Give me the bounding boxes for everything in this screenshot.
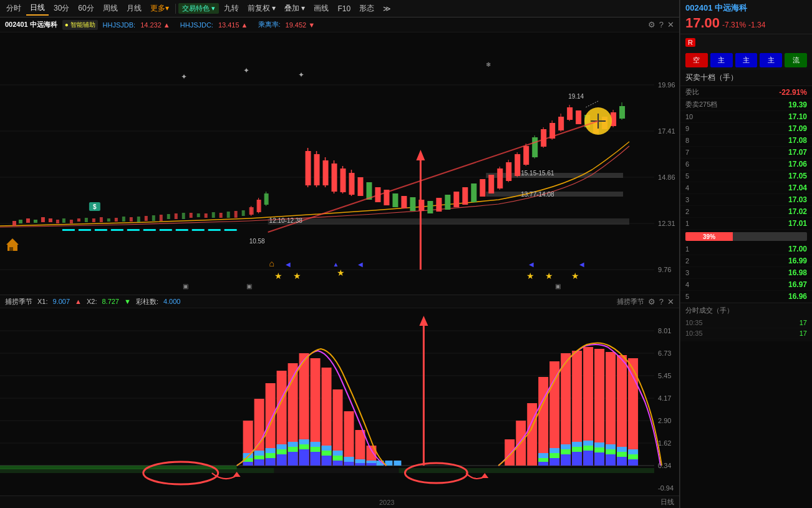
right-panel: 002401 中远海科 17.00 -7.31% -1.34 R 空 主 主 主… bbox=[680, 0, 812, 508]
weimai-row: 委卖275档 19.39 bbox=[680, 99, 812, 111]
type-btn-liu[interactable]: 流 bbox=[785, 53, 807, 67]
svg-rect-50 bbox=[234, 211, 238, 218]
svg-text:19.14: 19.14 bbox=[568, 93, 584, 100]
svg-rect-241 bbox=[594, 447, 604, 452]
oscillator-info-bar: 捕捞季节 X1: 9.007 ▲ X2: 8.727 ▼ 彩柱数: 4.000 … bbox=[0, 295, 679, 308]
svg-rect-185 bbox=[266, 458, 276, 466]
level-1-label: 1 bbox=[685, 220, 695, 227]
svg-rect-244 bbox=[606, 449, 616, 454]
svg-rect-40 bbox=[160, 215, 163, 221]
main-chart-area: 分时 日线 30分 60分 周线 月线 更多▾ 交易特色 ▾ 九转 前复权 ▾ … bbox=[0, 0, 680, 508]
toolbar-f10[interactable]: F10 bbox=[334, 3, 354, 14]
svg-rect-39 bbox=[152, 215, 155, 221]
toolbar-expand[interactable]: ≫ bbox=[379, 3, 395, 14]
price-chart-svg: $ ⌂ ▣ ▣ ▣ ★ ★ ★ ◀ ▲ ◀ ★ ★ ★ ◀ ◀ 19. bbox=[0, 32, 679, 295]
svg-text:◀: ◀ bbox=[286, 261, 291, 268]
svg-rect-193 bbox=[299, 444, 309, 449]
svg-rect-182 bbox=[254, 459, 264, 466]
toolbar-monthly[interactable]: 月线 bbox=[123, 2, 145, 15]
svg-rect-180 bbox=[254, 451, 264, 456]
svg-rect-8 bbox=[486, 192, 623, 197]
svg-rect-43 bbox=[182, 213, 185, 219]
osc-title-label: 捕捞季节 bbox=[5, 297, 32, 306]
toolbar-30min[interactable]: 30分 bbox=[50, 2, 73, 15]
osc-close-icon[interactable]: ✕ bbox=[667, 297, 674, 306]
osc-settings-icon[interactable]: ⚙ bbox=[648, 297, 655, 306]
level-10-price: 17.10 bbox=[788, 112, 807, 121]
toolbar-60min[interactable]: 60分 bbox=[74, 2, 97, 15]
buy-level-3: 3 16.98 bbox=[680, 267, 812, 279]
svg-rect-197 bbox=[311, 452, 321, 466]
svg-text:$: $ bbox=[93, 203, 97, 210]
svg-rect-86 bbox=[497, 169, 503, 188]
svg-text:❄: ❄ bbox=[486, 61, 491, 68]
svg-text:14.86: 14.86 bbox=[658, 173, 675, 181]
svg-rect-29 bbox=[77, 218, 80, 222]
hhjsjdb-label: HHJSJDB: bbox=[103, 21, 136, 29]
chart-settings-icon[interactable]: ⚙ bbox=[648, 20, 655, 29]
level-8-label: 8 bbox=[685, 137, 695, 144]
osc-help-icon[interactable]: ? bbox=[659, 297, 664, 306]
svg-text:✦: ✦ bbox=[243, 66, 249, 75]
svg-text:◀: ◀ bbox=[529, 261, 534, 268]
svg-rect-23 bbox=[192, 229, 205, 231]
chart-close-icon[interactable]: ✕ bbox=[667, 20, 674, 29]
svg-text:▣: ▣ bbox=[183, 283, 188, 290]
toolbar-xingtai[interactable]: 形态 bbox=[355, 2, 378, 15]
svg-rect-207 bbox=[355, 463, 365, 466]
svg-rect-15 bbox=[62, 229, 75, 231]
toolbar-trade-features[interactable]: 交易特色 ▾ bbox=[178, 3, 219, 14]
type-btn-zhu3[interactable]: 主 bbox=[760, 53, 782, 67]
svg-rect-230 bbox=[549, 458, 559, 466]
type-btn-zhu2[interactable]: 主 bbox=[735, 53, 758, 67]
svg-rect-33 bbox=[107, 218, 110, 222]
svg-text:6.73: 6.73 bbox=[658, 349, 671, 357]
toolbar-jiuzhuan[interactable]: 九转 bbox=[220, 2, 243, 15]
toolbar-fenshi[interactable]: 分时 bbox=[2, 2, 25, 15]
current-price: 17.00 bbox=[685, 15, 720, 31]
svg-text:✦: ✦ bbox=[298, 71, 304, 79]
svg-rect-84 bbox=[480, 179, 485, 197]
svg-rect-38 bbox=[145, 216, 148, 221]
svg-rect-243 bbox=[606, 444, 616, 449]
svg-rect-194 bbox=[299, 449, 309, 466]
svg-text:15.15-15.61: 15.15-15.61 bbox=[521, 170, 554, 177]
svg-rect-96 bbox=[541, 129, 546, 147]
chart-help-icon[interactable]: ? bbox=[659, 20, 664, 29]
oscillator-chart-svg: 8.01 6.73 5.45 4.17 2.90 1.62 0.34 -0.94 bbox=[0, 308, 679, 496]
svg-rect-85 bbox=[488, 175, 494, 193]
svg-rect-30 bbox=[85, 218, 88, 222]
svg-rect-28 bbox=[70, 220, 73, 223]
svg-rect-205 bbox=[344, 462, 354, 466]
toolbar-weekly[interactable]: 周线 bbox=[99, 2, 122, 15]
trade-price-1: 17 bbox=[800, 319, 807, 326]
svg-rect-35 bbox=[122, 217, 125, 222]
svg-rect-79 bbox=[436, 198, 442, 212]
svg-text:0.34: 0.34 bbox=[658, 462, 671, 469]
x1-value: 9.007 bbox=[53, 298, 70, 305]
toolbar-dieja[interactable]: 叠加 ▾ bbox=[281, 2, 309, 15]
svg-text:13.77-14.08: 13.77-14.08 bbox=[521, 191, 554, 198]
sell-level-6: 6 17.06 bbox=[680, 159, 812, 170]
toolbar-fufuquan[interactable]: 前复权 ▾ bbox=[244, 2, 279, 15]
osc-controls: 捕捞季节 ⚙ ? ✕ bbox=[617, 297, 674, 306]
toolbar-more[interactable]: 更多▾ bbox=[147, 2, 173, 15]
svg-rect-17 bbox=[95, 229, 107, 231]
svg-rect-20 bbox=[143, 229, 156, 231]
level-10-label: 10 bbox=[685, 113, 695, 120]
svg-rect-19 bbox=[127, 229, 140, 231]
buy-level-5-label: 5 bbox=[685, 293, 695, 300]
toolbar-daily[interactable]: 日线 bbox=[26, 1, 49, 16]
svg-rect-237 bbox=[583, 441, 593, 446]
buy-level-5-price: 16.96 bbox=[788, 292, 807, 301]
price-chart-container: $ ⌂ ▣ ▣ ▣ ★ ★ ★ ◀ ▲ ◀ ★ ★ ★ ◀ ◀ 19. bbox=[0, 32, 679, 295]
svg-rect-190 bbox=[288, 447, 298, 452]
type-btn-kong[interactable]: 空 bbox=[685, 53, 708, 67]
level-3-label: 3 bbox=[685, 196, 695, 203]
right-stock-code: 002401 bbox=[685, 3, 712, 12]
type-btn-zhu1[interactable]: 主 bbox=[710, 53, 733, 67]
svg-rect-216 bbox=[538, 377, 548, 466]
svg-rect-239 bbox=[583, 451, 593, 466]
buy-level-2: 2 16.99 bbox=[680, 255, 812, 267]
toolbar-huaxian[interactable]: 画线 bbox=[310, 2, 332, 15]
